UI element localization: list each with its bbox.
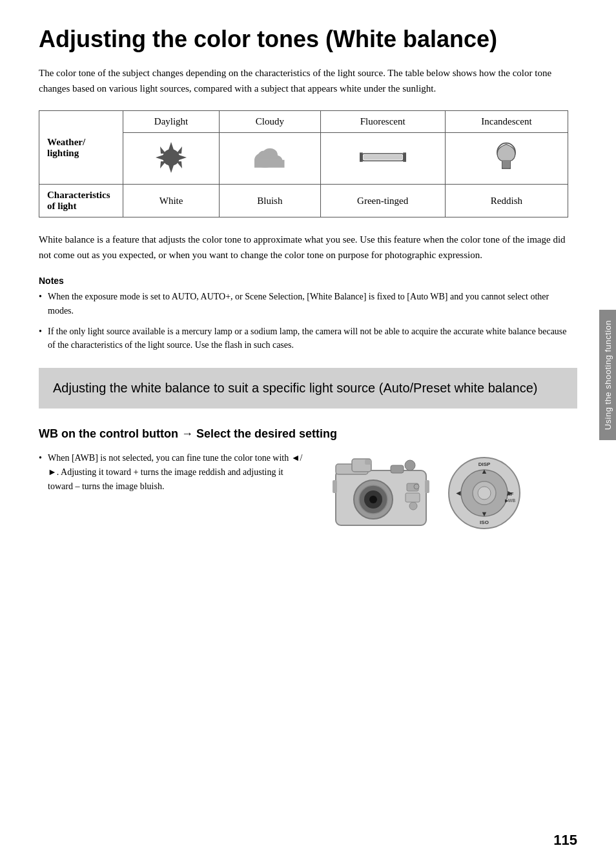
svg-marker-3 — [156, 155, 163, 160]
svg-text:►: ► — [506, 489, 514, 498]
body-paragraph: White balance is a feature that adjusts … — [39, 232, 568, 263]
svg-rect-14 — [254, 160, 285, 168]
bulb-icon — [495, 142, 518, 173]
table-cell-bluish: Bluish — [220, 185, 320, 217]
table-col-daylight: Daylight — [123, 111, 220, 133]
notes-list: When the exposure mode is set to AUTO, A… — [39, 290, 568, 352]
svg-point-34 — [409, 502, 417, 510]
gray-box-section: Adjusting the white balance to suit a sp… — [39, 368, 577, 409]
svg-rect-17 — [403, 152, 406, 161]
table-row-header-characteristics: Characteristicsof light — [39, 185, 123, 217]
svg-text:◄: ◄ — [455, 489, 462, 498]
camera-images: DISP AF ▶WB ISO ◄ ▲ ▼ ► — [329, 451, 523, 535]
table-cell-white: White — [123, 185, 220, 217]
side-tab-label: Using the shooting function — [603, 320, 613, 430]
svg-point-32 — [405, 460, 415, 470]
svg-marker-8 — [160, 161, 166, 168]
svg-point-13 — [258, 150, 271, 161]
svg-text:DISP: DISP — [478, 461, 491, 467]
svg-marker-7 — [176, 161, 182, 168]
table-icon-incandescent — [445, 133, 568, 185]
svg-marker-1 — [169, 142, 174, 150]
page-title: Adjusting the color tones (White balance… — [39, 26, 577, 52]
svg-point-0 — [163, 149, 180, 166]
sub-section-content: When [AWB] is not selected, you can fine… — [39, 451, 577, 535]
sub-section-text: When [AWB] is not selected, you can fine… — [39, 451, 310, 498]
svg-marker-5 — [176, 146, 182, 154]
table-col-cloudy: Cloudy — [220, 111, 320, 133]
sun-icon — [153, 139, 189, 176]
svg-marker-6 — [160, 146, 166, 154]
sub-bullet-1: When [AWB] is not selected, you can fine… — [39, 451, 310, 494]
notes-title: Notes — [39, 276, 568, 286]
svg-point-36 — [414, 484, 419, 489]
table-row-header-weather: Weather/lighting — [39, 111, 123, 185]
page-number: 115 — [553, 832, 577, 849]
svg-point-30 — [369, 496, 377, 503]
table-col-incandescent: Incandescent — [445, 111, 568, 133]
svg-point-51 — [478, 487, 491, 500]
table-icon-daylight — [123, 133, 220, 185]
table-cell-green-tinged: Green-tinged — [320, 185, 445, 217]
svg-text:▲: ▲ — [481, 467, 488, 475]
svg-marker-4 — [179, 155, 187, 160]
svg-rect-18 — [363, 154, 402, 159]
svg-rect-23 — [502, 160, 510, 168]
svg-rect-38 — [333, 480, 337, 493]
svg-text:ISO: ISO — [480, 520, 489, 525]
svg-rect-37 — [406, 493, 420, 502]
camera-body-icon — [329, 451, 433, 535]
svg-text:▼: ▼ — [481, 510, 488, 518]
note-item-1: When the exposure mode is set to AUTO, A… — [39, 290, 568, 318]
table-icon-cloudy — [220, 133, 320, 185]
svg-marker-2 — [169, 165, 174, 173]
table-cell-reddish: Reddish — [445, 185, 568, 217]
note-item-2: If the only light source available is a … — [39, 325, 568, 352]
fluorescent-icon — [357, 148, 409, 167]
intro-paragraph: The color tone of the subject changes de… — [39, 65, 568, 96]
sub-section-heading: WB on the control button → Select the de… — [39, 427, 400, 441]
svg-rect-31 — [391, 465, 404, 473]
gray-box-title: Adjusting the white balance to suit a sp… — [53, 379, 563, 397]
table-col-fluorescent: Fluorescent — [320, 111, 445, 133]
svg-text:▶WB: ▶WB — [505, 498, 516, 503]
svg-rect-35 — [365, 459, 371, 465]
cloud-icon — [251, 145, 289, 170]
svg-rect-39 — [425, 480, 429, 493]
notes-section: Notes When the exposure mode is set to A… — [39, 276, 568, 352]
side-tab: Using the shooting function — [599, 310, 616, 440]
white-balance-table: Weather/lighting Daylight Cloudy Fluores… — [39, 110, 568, 217]
camera-dial-icon: DISP AF ▶WB ISO ◄ ▲ ▼ ► — [446, 454, 523, 532]
table-icon-fluorescent — [320, 133, 445, 185]
svg-rect-16 — [360, 152, 363, 161]
